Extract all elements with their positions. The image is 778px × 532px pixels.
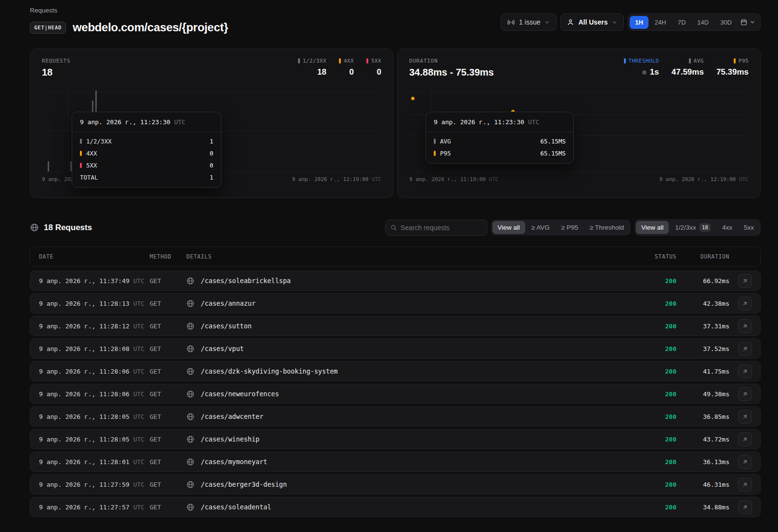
table-row[interactable]: 9 апр. 2026 г., 11:28:05 UTCGET/cases/ad… [30, 406, 761, 427]
legend-4xx: 4XX 0 [339, 58, 354, 77]
filter-gte-p95[interactable]: ≥ P95 [556, 221, 584, 234]
row-method: GET [150, 368, 186, 375]
arrow-up-right-icon [742, 391, 748, 397]
row-date: 9 апр. 2026 г., 11:28:06 UTC [39, 368, 150, 375]
table-row[interactable]: 9 апр. 2026 г., 11:37:49 UTCGET/cases/so… [30, 271, 761, 291]
issues-dropdown[interactable]: 1 issue [501, 13, 557, 31]
table-row[interactable]: 9 апр. 2026 г., 11:28:06 UTCGET/cases/ne… [30, 384, 761, 404]
chevron-down-icon [544, 19, 550, 26]
open-request-button[interactable] [738, 319, 752, 333]
chevron-down-icon [611, 19, 618, 26]
tooltip-row-123xx: 1/2/3XX 1 [80, 138, 213, 145]
open-request-button[interactable] [738, 500, 752, 514]
legend-threshold: THRESHOLD 1s [624, 58, 659, 77]
legend-5xx: 5XX 0 [366, 58, 381, 77]
filter-view-all-duration[interactable]: View all [493, 221, 525, 234]
duration-filter-group: View all ≥ AVG ≥ P95 ≥ Threshold [491, 220, 631, 235]
open-request-button[interactable] [738, 297, 752, 311]
row-details: /cases/vput [186, 345, 633, 353]
open-request-button[interactable] [738, 478, 752, 492]
breadcrumb[interactable]: Requests [30, 7, 228, 14]
arrow-up-right-icon [742, 346, 748, 352]
table-row[interactable]: 9 апр. 2026 г., 11:28:06 UTCGET/cases/dz… [30, 361, 761, 381]
row-status: 200 [633, 368, 676, 375]
filter-123xx[interactable]: 1/2/3xx 18 [670, 221, 716, 234]
request-bar [48, 161, 49, 171]
requests-legend: 1/2/3XX 18 4XX 0 5XX 0 [298, 58, 381, 77]
users-label: All Users [578, 18, 608, 26]
row-duration: 66.92ms [676, 277, 729, 285]
duration-chart-card: DURATION 34.88ms - 75.39ms THRESHOLD 1s … [397, 49, 761, 198]
users-dropdown[interactable]: All Users [560, 13, 624, 31]
row-duration: 46.31ms [676, 481, 729, 488]
open-request-button[interactable] [738, 387, 752, 401]
table-row[interactable]: 9 апр. 2026 г., 11:28:05 UTCGET/cases/wi… [30, 429, 761, 449]
row-method: GET [150, 458, 186, 466]
open-request-button[interactable] [738, 274, 752, 288]
globe-icon [186, 277, 194, 285]
date-picker-button[interactable] [738, 16, 757, 28]
row-method: GET [150, 277, 186, 285]
range-7d[interactable]: 7D [673, 16, 691, 29]
row-method: GET [150, 345, 186, 352]
range-30d[interactable]: 30D [715, 16, 737, 29]
arrow-up-right-icon [742, 504, 748, 510]
table-row[interactable]: 9 апр. 2026 г., 11:28:01 UTCGET/cases/my… [30, 452, 761, 472]
filter-view-all-status[interactable]: View all [636, 221, 669, 234]
row-details: /cases/mymoneyart [186, 458, 633, 466]
filter-gte-threshold[interactable]: ≥ Threshold [584, 221, 629, 234]
open-request-button[interactable] [738, 410, 752, 424]
open-request-button[interactable] [738, 342, 752, 356]
duration-chart-tooltip: 9 апр. 2026 г., 11:23:30 UTC AVG 65.15MS… [426, 112, 574, 164]
row-method: GET [150, 504, 186, 511]
requests-chart-tooltip: 9 апр. 2026 г., 11:23:30 UTC 1/2/3XX 1 4… [72, 112, 221, 188]
status-filter-group: View all 1/2/3xx 18 4xx 5xx [635, 219, 761, 236]
arrow-up-right-icon [742, 278, 748, 284]
search-requests[interactable] [385, 220, 487, 236]
list-title: 18 Requests [30, 223, 92, 233]
page-title: webdelo.com/cases/{project} [73, 21, 228, 34]
row-duration: 49.38ms [676, 390, 729, 398]
row-date: 9 апр. 2026 г., 11:28:01 UTC [39, 458, 150, 466]
table-row[interactable]: 9 апр. 2026 г., 11:28:13 UTCGET/cases/an… [30, 293, 761, 313]
range-24h[interactable]: 24H [649, 16, 672, 29]
row-duration: 42.38ms [676, 300, 729, 307]
row-date: 9 апр. 2026 г., 11:28:13 UTC [39, 300, 150, 307]
globe-icon [186, 503, 194, 511]
row-details: /cases/adwcenter [186, 413, 633, 421]
row-duration: 41.75ms [676, 368, 729, 375]
row-status: 200 [633, 300, 676, 307]
col-duration: DURATION [676, 253, 729, 260]
filter-gte-avg[interactable]: ≥ AVG [526, 221, 555, 234]
requests-card-label: REQUESTS [42, 58, 70, 64]
table-row[interactable]: 9 апр. 2026 г., 11:28:08 UTCGET/cases/vp… [30, 338, 761, 359]
open-request-button[interactable] [738, 432, 752, 446]
search-icon [390, 224, 397, 231]
row-duration: 36.13ms [676, 458, 729, 466]
filter-123xx-count: 18 [700, 223, 711, 232]
globe-icon [186, 458, 194, 466]
table-row[interactable]: 9 апр. 2026 г., 11:27:59 UTCGET/cases/be… [30, 474, 761, 494]
table-row[interactable]: 9 апр. 2026 г., 11:28:12 UTCGET/cases/su… [30, 316, 761, 336]
chart-cards: REQUESTS 18 1/2/3XX 18 4XX 0 5XX 0 [30, 49, 761, 198]
row-status: 200 [633, 481, 676, 488]
globe-icon [186, 299, 194, 308]
requests-chart-card: REQUESTS 18 1/2/3XX 18 4XX 0 5XX 0 [30, 49, 393, 198]
range-14d[interactable]: 14D [692, 16, 714, 29]
filter-4xx[interactable]: 4xx [717, 221, 738, 234]
table-row[interactable]: 9 апр. 2026 г., 11:27:57 UTCGET/cases/so… [30, 497, 761, 517]
legend-123xx: 1/2/3XX 18 [298, 58, 326, 77]
globe-icon [186, 480, 194, 489]
open-request-button[interactable] [738, 455, 752, 469]
search-input[interactable] [401, 224, 482, 232]
filter-5xx[interactable]: 5xx [739, 221, 759, 234]
tooltip-row-p95: P95 65.15MS [434, 150, 566, 157]
open-request-button[interactable] [738, 364, 752, 378]
row-method: GET [150, 413, 186, 420]
range-1h[interactable]: 1H [630, 16, 648, 29]
row-date: 9 апр. 2026 г., 11:37:49 UTC [39, 277, 150, 285]
row-duration: 37.52ms [676, 345, 729, 352]
row-method: GET [150, 481, 186, 488]
row-date: 9 апр. 2026 г., 11:27:59 UTC [39, 481, 150, 488]
row-method: GET [150, 323, 186, 330]
